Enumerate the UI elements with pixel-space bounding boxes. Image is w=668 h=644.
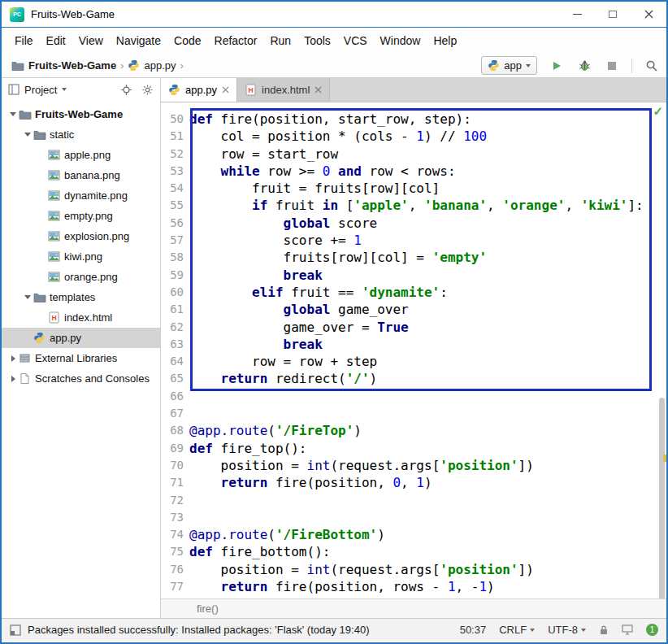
- menu-item-view[interactable]: View: [72, 30, 110, 51]
- line-number[interactable]: 76: [161, 561, 184, 578]
- code-line[interactable]: 52 row = start_row: [161, 146, 666, 163]
- warning-stripe-mark[interactable]: [663, 455, 666, 462]
- code-line[interactable]: 72: [161, 492, 666, 509]
- tab-close-icon[interactable]: [222, 86, 229, 94]
- code-line[interactable]: 63 break: [161, 336, 666, 353]
- line-number[interactable]: 54: [161, 180, 184, 197]
- tree-item-apple-png[interactable]: apple.png: [2, 145, 160, 165]
- code-line[interactable]: 54 fruit = fruits[row][col]: [161, 180, 666, 197]
- inspections-ok-icon[interactable]: ✓: [653, 104, 663, 119]
- code-line[interactable]: 62 game_over = True: [161, 319, 666, 336]
- tree-item-orange-png[interactable]: orange.png: [2, 267, 160, 287]
- editor-scrollbar-thumb[interactable]: [659, 398, 665, 598]
- tree-item-external-libraries[interactable]: External Libraries: [2, 348, 160, 368]
- editor[interactable]: 50def fire(position, start_row, step):51…: [161, 102, 666, 598]
- chevron-down-icon[interactable]: [24, 133, 31, 137]
- code-line[interactable]: 51 col = position * (cols - 1) // 100: [161, 128, 666, 145]
- code-line[interactable]: 57 score += 1: [161, 232, 666, 249]
- code-line[interactable]: 71 return fire(position, 0, 1): [161, 474, 666, 491]
- locate-file-button[interactable]: [118, 81, 134, 98]
- code-line[interactable]: 70 position = int(request.args['position…: [161, 457, 666, 474]
- toolwindow-toggle-icon[interactable]: [10, 624, 21, 636]
- project-panel-title[interactable]: Project: [24, 84, 57, 96]
- code-line[interactable]: 59 break: [161, 267, 666, 284]
- tree-item-app-py[interactable]: app.py: [2, 328, 160, 348]
- chevron-down-icon[interactable]: [10, 112, 16, 116]
- line-number[interactable]: 65: [161, 370, 184, 387]
- line-number[interactable]: 60: [161, 284, 184, 301]
- line-number[interactable]: 51: [161, 128, 184, 145]
- menu-item-refactor[interactable]: Refactor: [208, 30, 264, 51]
- line-number[interactable]: 69: [161, 440, 184, 457]
- line-number[interactable]: 63: [161, 336, 184, 353]
- line-separator-select[interactable]: CRLF: [499, 624, 535, 636]
- tree-item-explosion-png[interactable]: explosion.png: [2, 226, 160, 246]
- tree-item-templates[interactable]: templates: [2, 287, 160, 307]
- line-number[interactable]: 58: [161, 249, 184, 266]
- line-number[interactable]: 77: [161, 578, 184, 595]
- line-number[interactable]: 52: [161, 146, 184, 163]
- tree-item-banana-png[interactable]: banana.png: [2, 165, 160, 185]
- code-line[interactable]: 77 return fire(position, rows - 1, -1): [161, 578, 666, 595]
- line-number[interactable]: 55: [161, 197, 184, 214]
- code-line[interactable]: 56 global score: [161, 215, 666, 232]
- code-line[interactable]: 76 position = int(request.args['position…: [161, 561, 666, 578]
- line-number[interactable]: 67: [161, 405, 184, 422]
- chevron-down-icon[interactable]: [62, 88, 67, 91]
- stop-button[interactable]: [604, 58, 620, 74]
- breadcrumb-item-app.py[interactable]: app.py: [144, 59, 176, 72]
- chevron-down-icon[interactable]: [24, 295, 31, 299]
- minimize-button[interactable]: [559, 2, 595, 27]
- menu-item-file[interactable]: File: [8, 30, 40, 51]
- line-number[interactable]: 68: [161, 422, 184, 439]
- screen-reader-icon[interactable]: [622, 624, 633, 635]
- code-line[interactable]: 53 while row >= 0 and row < rows:: [161, 163, 666, 180]
- menu-item-edit[interactable]: Edit: [40, 30, 72, 51]
- tree-item-index-html[interactable]: Hindex.html: [2, 307, 160, 328]
- line-number[interactable]: 61: [161, 301, 184, 318]
- tab-app-py[interactable]: app.py: [161, 78, 237, 102]
- line-number[interactable]: 57: [161, 232, 184, 249]
- code-line[interactable]: 65 return redirect('/'): [161, 370, 666, 387]
- code-line[interactable]: 66: [161, 388, 666, 405]
- menu-item-navigate[interactable]: Navigate: [110, 30, 167, 51]
- line-number[interactable]: 72: [161, 492, 184, 509]
- close-button[interactable]: [631, 2, 666, 27]
- tree-item-dynamite-png[interactable]: dynamite.png: [2, 185, 160, 206]
- line-number[interactable]: 75: [161, 543, 184, 560]
- line-number[interactable]: 53: [161, 163, 184, 180]
- caret-position[interactable]: 50:37: [460, 624, 487, 636]
- code-line[interactable]: 75def fire_bottom():: [161, 543, 666, 560]
- line-number[interactable]: 62: [161, 319, 184, 336]
- code-line[interactable]: 55 if fruit in ['apple', 'banana', 'oran…: [161, 197, 666, 214]
- line-number[interactable]: 73: [161, 509, 184, 526]
- menu-item-vcs[interactable]: VCS: [337, 30, 374, 51]
- line-number[interactable]: 66: [161, 388, 184, 405]
- readonly-lock-toggle[interactable]: [599, 624, 609, 636]
- line-number[interactable]: 59: [161, 267, 184, 284]
- code-line[interactable]: 74@app.route('/FireBottom'): [161, 526, 666, 543]
- code-line[interactable]: 60 elif fruit == 'dynamite':: [161, 284, 666, 301]
- search-everywhere-button[interactable]: [644, 58, 660, 74]
- menu-item-run[interactable]: Run: [263, 30, 297, 51]
- code-line[interactable]: 67: [161, 405, 666, 422]
- tree-item-static[interactable]: static: [2, 124, 160, 145]
- line-number[interactable]: 56: [161, 215, 184, 232]
- maximize-button[interactable]: [595, 2, 631, 27]
- code-line[interactable]: 68@app.route('/FireTop'): [161, 422, 666, 439]
- line-number[interactable]: 71: [161, 474, 184, 491]
- line-number[interactable]: 50: [161, 111, 184, 128]
- code-line[interactable]: 69def fire_top():: [161, 440, 666, 457]
- encoding-select[interactable]: UTF-8: [548, 624, 586, 636]
- menu-item-window[interactable]: Window: [374, 30, 427, 51]
- chevron-right-icon[interactable]: [11, 376, 15, 382]
- tab-index-html[interactable]: Hindex.html: [237, 78, 330, 102]
- code-line[interactable]: 61 global game_over: [161, 301, 666, 318]
- menu-item-code[interactable]: Code: [167, 30, 207, 51]
- debug-button[interactable]: [576, 58, 592, 74]
- code-line[interactable]: 50def fire(position, start_row, step):: [161, 111, 666, 128]
- line-number[interactable]: 70: [161, 457, 184, 474]
- tree-item-fruits-web-game[interactable]: Fruits-Web-Game: [2, 104, 160, 124]
- run-config-combo[interactable]: app: [481, 56, 537, 75]
- tree-item-kiwi-png[interactable]: kiwi.png: [2, 246, 160, 267]
